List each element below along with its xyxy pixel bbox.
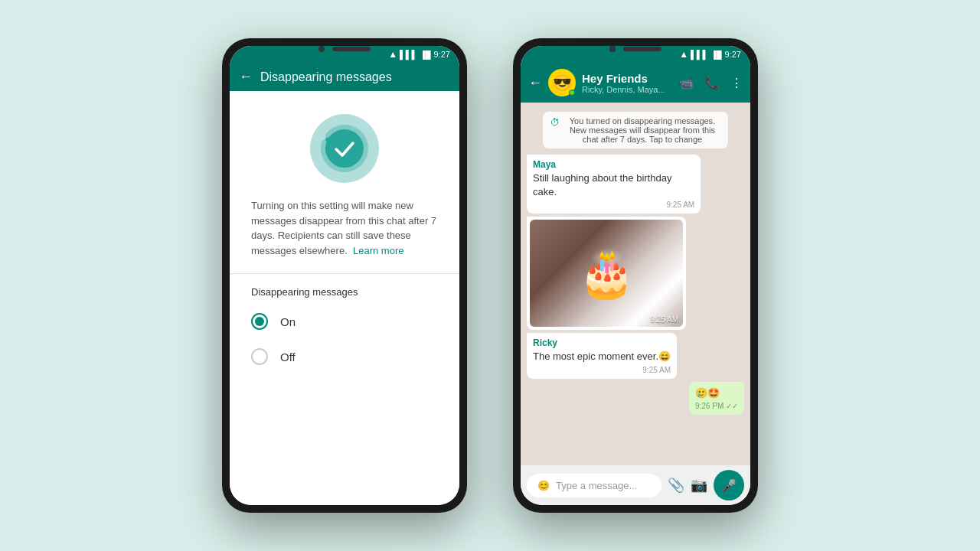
- radio-on[interactable]: On: [230, 304, 459, 339]
- timer-icon: ⏱: [550, 117, 560, 128]
- system-notification[interactable]: ⏱ You turned on disappearing messages. N…: [543, 112, 727, 148]
- settings-description: Turning on this setting will make new me…: [230, 198, 459, 273]
- chat-header: ← 😎 Hey Friends Ricky, Dennis, Maya... 📹…: [521, 63, 750, 103]
- phone-chat: ▲ ▌▌▌ ▐█ 9:27 ← 😎 Hey Friends Ricky, Den…: [513, 38, 758, 513]
- mic-icon: 🎤: [721, 478, 737, 493]
- chat-wifi-icon: ▲: [679, 49, 688, 60]
- group-avatar: 😎: [548, 69, 576, 96]
- msg-text-2: The most epic moment ever.😄: [533, 350, 671, 364]
- chat-messages: ⏱ You turned on disappearing messages. N…: [521, 103, 750, 465]
- phone-top-speaker: [318, 46, 371, 52]
- voice-call-icon[interactable]: 📞: [704, 76, 720, 90]
- phone-chat-top-speaker: [609, 46, 662, 52]
- settings-title: Disappearing messages: [260, 70, 450, 84]
- mic-button[interactable]: 🎤: [714, 470, 744, 500]
- video-call-icon[interactable]: 📹: [678, 76, 694, 90]
- chat-header-actions: 📹 📞 ⋮: [678, 76, 743, 90]
- online-indicator: [569, 90, 575, 96]
- phones-container: ▲ ▌▌▌ ▐█ 9:27 ← Disappearing messages: [222, 38, 758, 513]
- chat-header-info[interactable]: Hey Friends Ricky, Dennis, Maya...: [582, 72, 672, 94]
- description-text: Turning on this setting will make new me…: [251, 200, 436, 256]
- settings-body: Turning on this setting will make new me…: [230, 91, 459, 505]
- emoji-picker-icon[interactable]: 😊: [537, 480, 550, 491]
- chat-status-icons: ▲ ▌▌▌ ▐█: [679, 49, 721, 60]
- radio-inner-on: [255, 317, 264, 326]
- radio-outer-on: [251, 313, 268, 330]
- radio-off[interactable]: Off: [230, 339, 459, 374]
- cake-photo: 9:25 AM: [530, 220, 683, 327]
- msg-text-0: Still laughing about the birthday cake.: [533, 171, 694, 199]
- camera-dot: [318, 46, 325, 52]
- group-emoji: 😎: [553, 73, 572, 92]
- chat-signal-icon: ▌▌▌: [691, 50, 708, 59]
- back-button-chat[interactable]: ←: [528, 75, 542, 91]
- attach-icon[interactable]: 📎: [668, 477, 684, 494]
- img-time-overlay: 9:25 AM: [650, 315, 678, 324]
- message-maya-text: Maya Still laughing about the birthday c…: [527, 155, 701, 214]
- msg-time-sent: 9:26 PM ✓✓: [695, 402, 738, 410]
- message-ricky: Ricky The most epic moment ever.😄 9:25 A…: [527, 333, 677, 378]
- status-time-chat: 9:27: [725, 50, 741, 59]
- radio-outer-off: [251, 348, 268, 365]
- status-icons: ▲ ▌▌▌ ▐█: [388, 49, 430, 60]
- input-placeholder-text: Type a message...: [556, 480, 651, 491]
- radio-label-on: On: [280, 315, 296, 328]
- chat-battery-icon: ▐█: [710, 51, 721, 59]
- clock-ring-svg: [310, 114, 379, 183]
- chat-group-name: Hey Friends: [582, 72, 672, 85]
- status-time-settings: 9:27: [434, 50, 450, 59]
- sender-maya: Maya: [533, 159, 694, 170]
- chat-group-subtitle: Ricky, Dennis, Maya...: [582, 85, 672, 94]
- settings-icon-area: [230, 91, 459, 198]
- system-message-text: You turned on disappearing messages. New…: [564, 116, 720, 144]
- chat-input-bar: 😊 Type a message... 📎 📷 🎤: [521, 465, 750, 505]
- battery-icon: ▐█: [420, 51, 430, 59]
- back-button-settings[interactable]: ←: [239, 69, 253, 85]
- message-cake-image: 9:25 AM: [527, 217, 686, 330]
- message-sent: 🥲🤩 9:26 PM ✓✓: [689, 382, 744, 415]
- sender-ricky: Ricky: [533, 337, 671, 348]
- phone-settings: ▲ ▌▌▌ ▐█ 9:27 ← Disappearing messages: [222, 38, 467, 513]
- phone-settings-inner: ▲ ▌▌▌ ▐█ 9:27 ← Disappearing messages: [230, 46, 459, 505]
- chat-camera-dot: [609, 46, 616, 52]
- camera-icon[interactable]: 📷: [691, 477, 707, 494]
- msg-time-0: 9:25 AM: [533, 201, 694, 209]
- disappearing-icon: [310, 114, 379, 183]
- msg-time-2: 9:25 AM: [533, 366, 671, 374]
- radio-label-off: Off: [280, 350, 296, 364]
- chat-speaker-bar: [623, 47, 662, 51]
- more-options-icon[interactable]: ⋮: [730, 76, 743, 90]
- learn-more-link[interactable]: Learn more: [353, 245, 403, 256]
- speaker-bar: [332, 47, 371, 51]
- disappearing-section-title: Disappearing messages: [230, 274, 459, 304]
- phone-chat-inner: ▲ ▌▌▌ ▐█ 9:27 ← 😎 Hey Friends Ricky, Den…: [521, 46, 750, 505]
- message-input-box[interactable]: 😊 Type a message...: [527, 474, 662, 497]
- signal-icon: ▌▌▌: [400, 50, 417, 59]
- msg-text-sent: 🥲🤩: [695, 386, 738, 400]
- wifi-icon: ▲: [388, 49, 397, 60]
- settings-header: ← Disappearing messages: [230, 63, 459, 91]
